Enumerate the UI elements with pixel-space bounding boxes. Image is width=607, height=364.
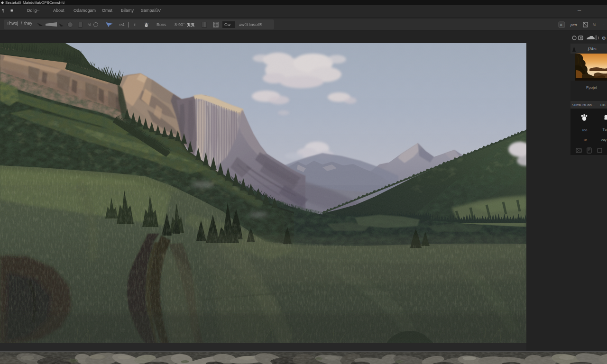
svg-text:℮4: ℮4	[120, 22, 124, 27]
svg-text:i: i	[598, 36, 599, 40]
svg-text:SunsCisCan...: SunsCisCan...	[572, 103, 595, 107]
svg-text:Cw: Cw	[224, 22, 230, 27]
svg-text:ℕ: ℕ	[87, 22, 91, 27]
svg-text:ℕ: ℕ	[593, 23, 596, 27]
svg-text:Pрοјеt: Pрοјеt	[586, 85, 597, 90]
svg-text:⚙: ⚙	[602, 36, 606, 41]
svg-text:сиу.: сиу.	[601, 138, 607, 142]
svg-text:pert: pert	[570, 23, 578, 27]
svg-text:aw: aw	[239, 22, 245, 27]
svg-text:ℛℜ: ℛℜ	[187, 22, 195, 27]
svg-text:ℛfinsof®: ℛfinsof®	[245, 22, 262, 27]
svg-text:ℓ: ℓ	[134, 23, 136, 27]
svg-text:ƒ∆bs: ƒ∆bs	[588, 46, 597, 51]
svg-text:8·90°·: 8·90°·	[175, 22, 186, 27]
svg-text:нt: нt	[584, 138, 587, 142]
svg-text:Тο: Тο	[603, 127, 607, 132]
svg-text:·: ·	[603, 23, 605, 27]
svg-text:Bons: Bons	[156, 22, 166, 27]
svg-text:roo: roo	[582, 128, 587, 132]
svg-text:8: 8	[560, 23, 562, 27]
svg-text:СB: СB	[600, 103, 605, 107]
svg-text:☃️: ☃️	[144, 22, 149, 27]
